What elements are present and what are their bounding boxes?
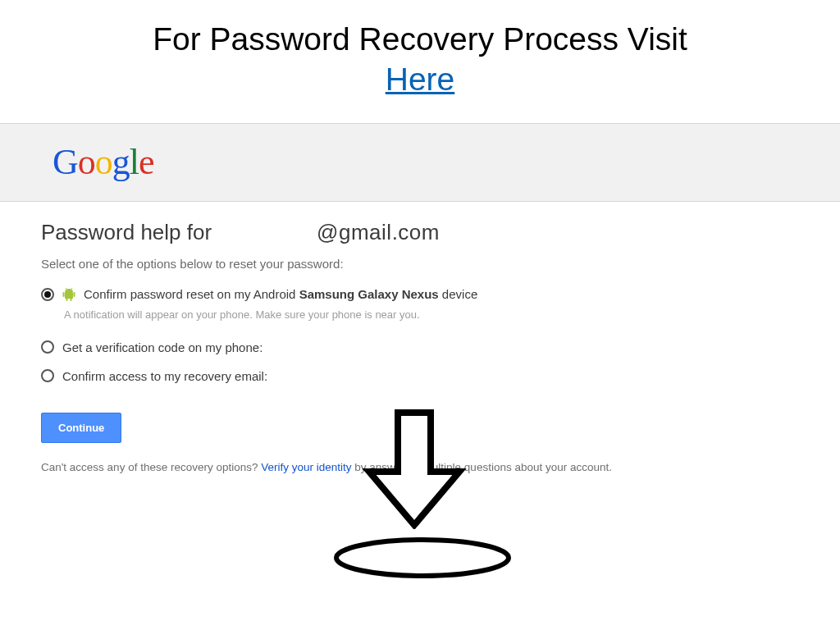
option-label: Confirm access to my recovery email: xyxy=(62,369,267,383)
svg-rect-3 xyxy=(66,298,68,301)
svg-rect-2 xyxy=(74,292,75,297)
option-label-post: device xyxy=(439,287,478,301)
footer-pre: Can't access any of these recovery optio… xyxy=(41,461,261,473)
option-label-bold: Samsung Galaxy Nexus xyxy=(299,287,439,301)
slide-title: For Password Recovery Process Visit Here xyxy=(0,0,840,100)
here-link[interactable]: Here xyxy=(386,62,455,97)
radio-selected-icon[interactable] xyxy=(41,288,54,301)
verify-identity-link[interactable]: Verify your identity xyxy=(261,461,351,473)
google-logo: Google xyxy=(52,144,154,180)
logo-letter: o xyxy=(95,142,112,182)
option-label-pre: Confirm password reset on my Android xyxy=(84,287,299,301)
android-icon xyxy=(62,287,75,302)
option-android-device[interactable]: Confirm password reset on my Android Sam… xyxy=(41,287,799,302)
option-label: Get a verification code on my phone: xyxy=(62,340,262,354)
slide-title-text: For Password Recovery Process Visit xyxy=(153,21,687,57)
logo-letter: l xyxy=(130,142,139,182)
logo-letter: o xyxy=(78,142,95,182)
svg-rect-0 xyxy=(65,292,73,299)
heading-email-suffix: @gmail.com xyxy=(317,220,440,245)
svg-line-6 xyxy=(71,288,73,290)
option-recovery-email[interactable]: Confirm access to my recovery email: xyxy=(41,369,799,383)
footer-text: Can't access any of these recovery optio… xyxy=(41,461,799,473)
page-heading: Password help for @gmail.com xyxy=(41,220,799,245)
logo-letter: e xyxy=(139,142,154,182)
instruction-text: Select one of the options below to reset… xyxy=(41,257,799,271)
main-content: Password help for @gmail.com Select one … xyxy=(0,202,840,473)
radio-icon[interactable] xyxy=(41,340,54,354)
option-label: Confirm password reset on my Android Sam… xyxy=(84,287,477,301)
svg-rect-4 xyxy=(71,298,72,301)
oval-annotation-icon xyxy=(328,535,517,584)
svg-rect-1 xyxy=(63,292,65,297)
logo-letter: G xyxy=(52,142,78,182)
continue-button[interactable]: Continue xyxy=(41,413,121,443)
option-phone-code[interactable]: Get a verification code on my phone: xyxy=(41,340,799,354)
svg-point-7 xyxy=(336,540,509,576)
logo-letter: g xyxy=(112,142,130,182)
options-group: Confirm password reset on my Android Sam… xyxy=(41,287,799,383)
heading-prefix: Password help for xyxy=(41,220,212,245)
header-bar: Google xyxy=(0,123,840,202)
svg-line-5 xyxy=(66,288,67,290)
footer-post: by answering multiple questions about yo… xyxy=(352,461,612,473)
radio-icon[interactable] xyxy=(41,369,54,382)
option-subtext: A notification will appear on your phone… xyxy=(64,308,799,321)
